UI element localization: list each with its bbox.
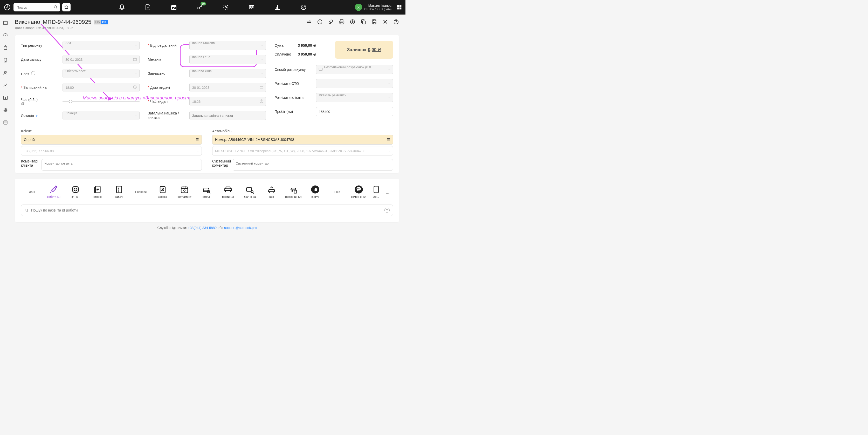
rail-gauge-icon[interactable] [2, 32, 8, 38]
client-name-box[interactable]: Сергій ☰ [21, 135, 202, 145]
car-name-box[interactable]: Номер: АВ9446СР, VIN: JMBSNCS3A8U004798 … [212, 135, 393, 145]
mechanic-select[interactable]: Іванов Гена [189, 55, 267, 64]
svg-point-20 [5, 109, 6, 110]
tab-shop[interactable]: цех [261, 182, 282, 201]
tab-logs[interactable]: ло... [370, 182, 383, 201]
rail-laptop-icon[interactable] [2, 20, 8, 26]
client-heading: Клієнт [21, 129, 202, 133]
gear-icon[interactable] [222, 4, 229, 11]
side-rail [0, 14, 11, 231]
tab-review[interactable]: відгук [304, 182, 326, 201]
tab-schedule[interactable]: регламент [174, 182, 195, 201]
svg-point-4 [225, 6, 226, 8]
print-icon[interactable] [339, 19, 345, 25]
tab-processes[interactable]: Процеси [130, 183, 152, 201]
tab-posts[interactable]: пости (1) [217, 182, 239, 201]
mileage-input[interactable] [316, 107, 393, 116]
close-icon[interactable] [382, 19, 389, 25]
global-search-input[interactable] [13, 3, 60, 11]
tab-inspection[interactable]: огляд [195, 182, 217, 201]
responsible-select[interactable]: Іванов Максим [189, 41, 267, 50]
money-circle-icon[interactable] [349, 19, 355, 25]
save-icon[interactable] [371, 19, 377, 25]
rail-calendar-user-icon[interactable] [2, 94, 8, 101]
balance-box: Залишок0,00 ₴ [335, 41, 393, 59]
client-comment-input[interactable] [41, 159, 202, 171]
location-label: Локація ›› [21, 113, 63, 118]
time-slider[interactable] [63, 97, 140, 106]
calendar-check-icon[interactable] [170, 4, 178, 11]
issue-date-label: Дата видачі [148, 85, 189, 90]
client-req-select[interactable]: Вкажіть реквізити [316, 93, 393, 102]
user-block[interactable]: Максим Іванов СТО CARBOOK (9444) [355, 4, 392, 11]
tab-history[interactable]: історія [86, 182, 108, 201]
rail-line-chart-icon[interactable] [2, 82, 8, 88]
date-label: Дата запису [21, 57, 63, 61]
rail-tablet-icon[interactable] [2, 57, 8, 63]
svg-point-18 [5, 97, 6, 98]
sto-req-select[interactable] [316, 79, 393, 88]
brake-disc-icon [71, 185, 80, 194]
rail-people-icon[interactable] [2, 69, 8, 76]
money-icon[interactable] [300, 4, 307, 11]
support-mail-link[interactable]: support@carbook.pro [224, 226, 256, 230]
copy-icon[interactable] [360, 19, 367, 25]
chart-icon[interactable] [274, 4, 281, 11]
parts-select[interactable]: Іванова Ліна [189, 69, 267, 78]
issue-date-input[interactable] [189, 83, 267, 92]
bank-button[interactable] [62, 3, 70, 11]
issue-time-input[interactable] [189, 97, 267, 106]
mechanic-label: Механік [148, 57, 189, 61]
svg-rect-11 [397, 7, 399, 9]
discount-input[interactable] [189, 111, 267, 120]
link-icon[interactable] [328, 19, 334, 25]
support-phone-link[interactable]: +38(044) 334-5889 [188, 226, 217, 230]
tab-parts[interactable]: з/ч (3) [65, 182, 86, 201]
rail-bag-icon[interactable] [2, 45, 8, 51]
tab-diag[interactable]: діагно-ка [239, 182, 261, 201]
rail-archive-icon[interactable] [2, 119, 8, 126]
avatar [355, 4, 362, 11]
post-select[interactable]: Оберіть пост [63, 69, 140, 78]
tab-data[interactable]: Дані [21, 183, 43, 201]
sys-comment-input[interactable] [233, 159, 393, 171]
tabs-bar: Дані роботи (1) з/ч (3) історія задачі П… [21, 182, 393, 201]
new-doc-icon[interactable] [144, 4, 152, 11]
help-icon[interactable] [393, 19, 399, 25]
user-name: Максим Іванов [364, 4, 392, 7]
paid-label: Сплачено [275, 52, 298, 56]
app-logo[interactable] [3, 3, 11, 11]
paymethod-select[interactable]: Безготівковий розрахунок (0.0... [316, 65, 393, 74]
menu-icon[interactable]: ☰ [195, 138, 199, 142]
tab-tasks[interactable]: задачі [108, 182, 130, 201]
tab-recom[interactable]: реком-ції (0) [282, 182, 304, 201]
question-icon[interactable]: ? [384, 208, 390, 213]
svg-point-34 [74, 188, 77, 191]
location-expand-icon[interactable]: ›› [36, 113, 37, 118]
menu-icon[interactable]: ☰ [387, 138, 390, 142]
date-input[interactable] [63, 55, 140, 64]
search-icon [24, 208, 29, 212]
svg-rect-2 [172, 5, 176, 9]
bell-icon[interactable] [118, 4, 126, 11]
works-search-input[interactable] [31, 208, 382, 212]
id-card-icon[interactable] [248, 4, 255, 11]
chat-icon [354, 185, 364, 194]
apps-grid-icon[interactable] [396, 4, 402, 10]
key-icon[interactable]: 10 [196, 4, 204, 11]
client-phone-select[interactable]: +38(066) 777-66-88 [21, 146, 202, 155]
tab-request[interactable]: заявка [152, 182, 174, 201]
tab-other[interactable]: Інше [326, 183, 348, 201]
transfer-icon[interactable] [306, 19, 312, 25]
tab-more[interactable]: ••• [383, 186, 393, 201]
alert-icon[interactable] [317, 19, 323, 25]
tab-works[interactable]: роботи (1) [43, 182, 65, 201]
car-detail-select[interactable]: MITSUBISHI LANCER VII Універсал (CS_W, C… [212, 146, 393, 155]
refresh-icon[interactable] [21, 102, 63, 105]
svg-rect-17 [3, 96, 7, 99]
rail-sliders-icon[interactable] [2, 107, 8, 113]
location-select[interactable]: Локація [63, 111, 140, 120]
tab-comments[interactable]: комен-рі (0) [348, 182, 370, 201]
scheduled-input[interactable] [63, 83, 140, 92]
repair-type-select[interactable]: А/м [63, 41, 140, 50]
